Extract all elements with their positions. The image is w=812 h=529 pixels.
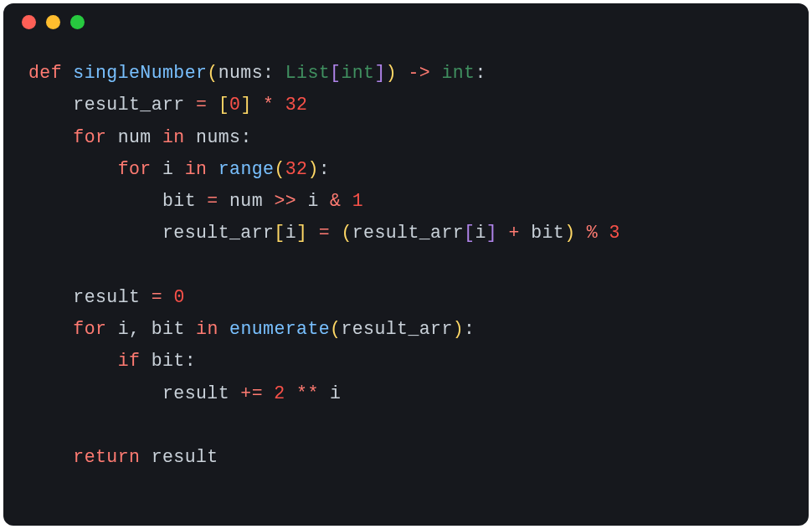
builtin-enumerate: enumerate [229, 319, 330, 339]
keyword-return: return [73, 447, 140, 467]
colon2: : [475, 63, 486, 83]
close-icon[interactable] [22, 15, 36, 29]
var-result-3: result [152, 447, 218, 467]
bracket-open: [ [330, 63, 341, 83]
bracket-open-4: [ [464, 223, 475, 243]
colon6: : [185, 351, 196, 371]
keyword-def: def [28, 63, 62, 83]
var-result-2: result [162, 383, 229, 403]
num-32-2: 32 [285, 159, 308, 179]
op-pluseq: += [240, 383, 263, 403]
bracket-close: ] [374, 63, 385, 83]
var-result-arr-3: result_arr [352, 223, 464, 243]
var-i-2: i [307, 191, 318, 211]
paren-close-4: ) [453, 319, 464, 339]
op-assign: = [196, 95, 207, 115]
type-list: List [285, 63, 330, 83]
paren-open-4: ( [330, 319, 341, 339]
op-assign-2: = [207, 191, 218, 211]
keyword-for: for [73, 127, 106, 147]
var-result-arr: result_arr [73, 95, 184, 115]
var-i-6: i [330, 383, 341, 403]
var-i: i [162, 159, 173, 179]
op-assign-4: = [152, 287, 162, 307]
var-result: result [73, 287, 140, 307]
colon3: : [240, 127, 251, 147]
var-bit-3: bit [152, 319, 185, 339]
keyword-in-3: in [196, 319, 218, 339]
bracket-close-2: ] [240, 95, 251, 115]
bracket-open-3: [ [274, 223, 285, 243]
bracket-open-2: [ [218, 95, 229, 115]
var-i-3: i [285, 223, 296, 243]
colon4: : [319, 159, 330, 179]
colon: : [263, 63, 274, 83]
code-block: def singleNumber(nums: List[int]) -> int… [3, 40, 809, 496]
var-i-4: i [475, 223, 486, 243]
bracket-close-4: ] [486, 223, 497, 243]
paren-open: ( [207, 63, 218, 83]
paren-close: ) [386, 63, 397, 83]
var-bit: bit [162, 191, 196, 211]
num-3: 3 [609, 223, 620, 243]
builtin-range: range [218, 159, 275, 179]
keyword-in: in [162, 127, 185, 147]
var-bit-4: bit [152, 351, 185, 371]
var-result-arr-2: result_arr [162, 223, 274, 243]
ret-int: int [441, 63, 475, 83]
keyword-if: if [118, 351, 141, 371]
var-num-2: num [229, 191, 263, 211]
keyword-in-2: in [185, 159, 208, 179]
op-rshift: >> [274, 191, 296, 211]
keyword-for-2: for [118, 159, 152, 179]
paren-open-3: ( [341, 223, 352, 243]
op-amp: & [330, 191, 341, 211]
op-pow: ** [296, 383, 319, 403]
var-nums-2: nums [196, 127, 240, 147]
var-bit-2: bit [531, 223, 564, 243]
num-0-2: 0 [173, 287, 184, 307]
minimize-icon[interactable] [46, 15, 60, 29]
var-num: num [118, 127, 152, 147]
param-nums: nums [218, 63, 263, 83]
zoom-icon[interactable] [70, 15, 85, 29]
num-32: 32 [285, 95, 308, 115]
op-star: * [263, 95, 274, 115]
var-i-5: i [118, 319, 129, 339]
type-int: int [341, 63, 374, 83]
op-assign-3: = [319, 223, 330, 243]
titlebar [3, 3, 809, 40]
paren-close-3: ) [564, 223, 575, 243]
keyword-for-3: for [73, 319, 106, 339]
bracket-close-3: ] [296, 223, 307, 243]
code-window: def singleNumber(nums: List[int]) -> int… [3, 3, 809, 526]
func-name: singleNumber [73, 63, 207, 83]
num-0: 0 [229, 95, 240, 115]
num-1: 1 [352, 191, 363, 211]
paren-open-2: ( [274, 159, 285, 179]
op-plus: + [508, 223, 519, 243]
var-result-arr-4: result_arr [341, 319, 452, 339]
arrow: -> [408, 63, 430, 83]
num-2: 2 [274, 383, 285, 403]
paren-close-2: ) [307, 159, 318, 179]
op-mod: % [587, 223, 598, 243]
comma: , [129, 319, 140, 339]
colon5: : [464, 319, 475, 339]
